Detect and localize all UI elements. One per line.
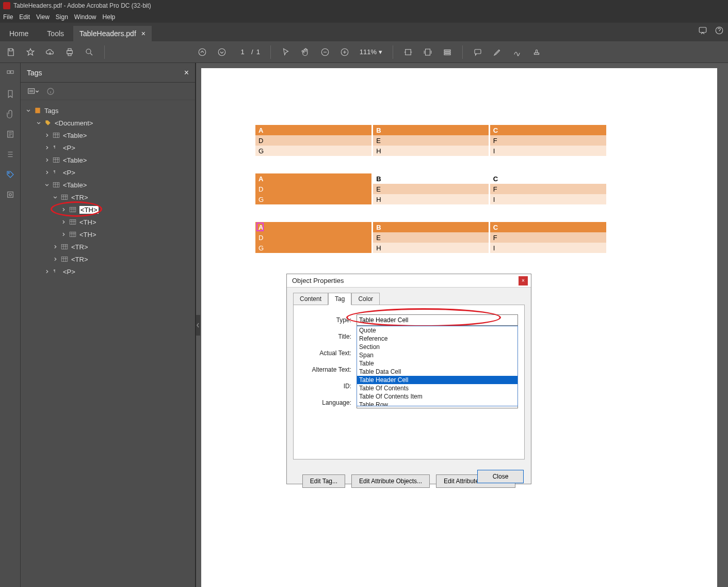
svg-point-20	[8, 172, 9, 173]
comment-icon[interactable]	[473, 47, 482, 57]
tab-tools[interactable]: Tools	[38, 26, 73, 41]
svg-rect-35	[61, 244, 68, 249]
tree-node[interactable]: <TH>	[21, 228, 195, 241]
document-tab-label: TableHeaders.pdf	[79, 29, 136, 38]
dropdown-option[interactable]: Reference	[357, 335, 517, 343]
page-up-icon[interactable]	[198, 47, 207, 57]
menu-bar: File Edit View Sign Window Help	[0, 11, 728, 23]
svg-rect-25	[35, 108, 40, 114]
sign-icon[interactable]	[512, 47, 522, 57]
svg-text:¶: ¶	[54, 268, 56, 273]
tags-tree[interactable]: Tags <Document><Table>¶<P><Table>¶<P><Ta…	[21, 100, 195, 587]
id-label: ID:	[300, 383, 357, 390]
title-bar: TableHeaders.pdf - Adobe Acrobat Pro DC …	[0, 0, 728, 11]
menu-window[interactable]: Window	[74, 13, 96, 21]
order-icon[interactable]	[6, 150, 15, 161]
info-icon[interactable]	[46, 87, 55, 96]
svg-point-7	[218, 49, 225, 56]
svg-rect-30	[53, 182, 59, 187]
content-icon[interactable]	[6, 130, 15, 140]
thumbnails-icon[interactable]	[6, 69, 15, 80]
svg-rect-14	[444, 54, 450, 55]
bookmarks-icon[interactable]	[6, 89, 15, 100]
dropdown-option[interactable]: Table Of Contents	[357, 384, 517, 392]
menu-sign[interactable]: Sign	[56, 13, 68, 21]
menu-view[interactable]: View	[36, 13, 50, 21]
star-icon[interactable]	[26, 47, 35, 57]
tree-node[interactable]: <Table>	[21, 129, 195, 141]
demo-table: ABCDEFGHI	[255, 222, 606, 253]
tree-node[interactable]: <TR>	[21, 241, 195, 253]
type-dropdown[interactable]: QuoteReferenceSectionSpanTableTable Data…	[357, 326, 518, 406]
edit-attr-objects-button[interactable]: Edit Attribute Objects...	[351, 474, 430, 488]
svg-rect-18	[10, 71, 13, 73]
page-total: 1	[256, 48, 260, 56]
dialog-close-icon[interactable]: ×	[519, 276, 528, 285]
document-tab[interactable]: TableHeaders.pdf ×	[73, 26, 152, 41]
svg-point-5	[86, 49, 91, 54]
zoom-out-icon[interactable]	[320, 47, 330, 57]
cloud-icon[interactable]	[45, 47, 55, 57]
tab-content[interactable]: Content	[293, 293, 328, 305]
menu-file[interactable]: File	[3, 13, 13, 21]
tree-node[interactable]: <TR>	[21, 253, 195, 265]
zoom-in-icon[interactable]	[340, 47, 349, 57]
page-current-input[interactable]	[237, 48, 248, 56]
search-icon[interactable]	[85, 47, 94, 57]
edit-tag-button[interactable]: Edit Tag...	[302, 474, 345, 488]
dropdown-option[interactable]: Table Row	[357, 401, 517, 406]
tab-tag[interactable]: Tag	[328, 293, 351, 305]
svg-rect-31	[61, 195, 68, 199]
panel-drag-handle[interactable]	[196, 315, 200, 336]
tree-node[interactable]: <TR>	[21, 191, 195, 203]
tree-node[interactable]: ¶<P>	[21, 141, 195, 154]
tree-node[interactable]: ¶<P>	[21, 166, 195, 179]
dropdown-option[interactable]: Table Of Contents Item	[357, 392, 517, 401]
highlight-icon[interactable]	[493, 47, 502, 57]
page-down-icon[interactable]	[217, 47, 227, 57]
fit-page-icon[interactable]	[423, 47, 432, 57]
zoom-level[interactable]: 111% ▾	[360, 48, 382, 56]
dropdown-option[interactable]: Section	[357, 343, 517, 351]
attachments-icon[interactable]	[6, 109, 15, 120]
menu-help[interactable]: Help	[103, 13, 116, 21]
hand-icon[interactable]	[301, 47, 310, 57]
close-panel-icon[interactable]: ×	[184, 68, 189, 77]
tree-node[interactable]: ¶<P>	[21, 265, 195, 278]
options-icon[interactable]	[27, 87, 39, 96]
model-icon[interactable]	[6, 190, 15, 201]
dropdown-option[interactable]: Table	[357, 359, 517, 368]
dropdown-option[interactable]: Table Header Cell	[357, 376, 517, 384]
close-tab-icon[interactable]: ×	[141, 29, 145, 38]
tab-color[interactable]: Color	[351, 293, 380, 305]
tree-node[interactable]: <TH>	[21, 203, 195, 216]
dropdown-option[interactable]: Span	[357, 351, 517, 359]
toolbar: / 1 111% ▾	[0, 41, 728, 63]
chat-icon[interactable]	[698, 26, 707, 35]
read-mode-icon[interactable]	[443, 47, 452, 57]
tree-node[interactable]: <Table>	[21, 179, 195, 191]
select-pointer-icon[interactable]	[281, 47, 290, 57]
tags-icon[interactable]	[6, 170, 15, 181]
svg-rect-0	[699, 27, 706, 33]
type-combo[interactable]	[357, 314, 518, 326]
save-icon[interactable]	[6, 47, 15, 57]
svg-rect-12	[444, 50, 450, 51]
stamp-icon[interactable]	[532, 47, 541, 57]
tree-node[interactable]: <TH>	[21, 216, 195, 228]
print-icon[interactable]	[65, 47, 74, 57]
close-button[interactable]: Close	[477, 470, 524, 483]
dropdown-option[interactable]: Quote	[357, 326, 517, 335]
title-label: Title:	[300, 333, 357, 340]
page-indicator: / 1	[237, 48, 260, 56]
fit-width-icon[interactable]	[403, 47, 413, 57]
dropdown-option[interactable]: Table Data Cell	[357, 368, 517, 376]
help-icon[interactable]	[715, 26, 724, 35]
tree-node[interactable]: <Table>	[21, 154, 195, 166]
svg-rect-3	[68, 49, 71, 51]
tree-root[interactable]: Tags	[44, 107, 58, 115]
svg-text:¶: ¶	[54, 145, 56, 149]
tab-home[interactable]: Home	[0, 26, 38, 41]
menu-edit[interactable]: Edit	[19, 13, 30, 21]
tree-node[interactable]: <Document>	[21, 117, 195, 129]
